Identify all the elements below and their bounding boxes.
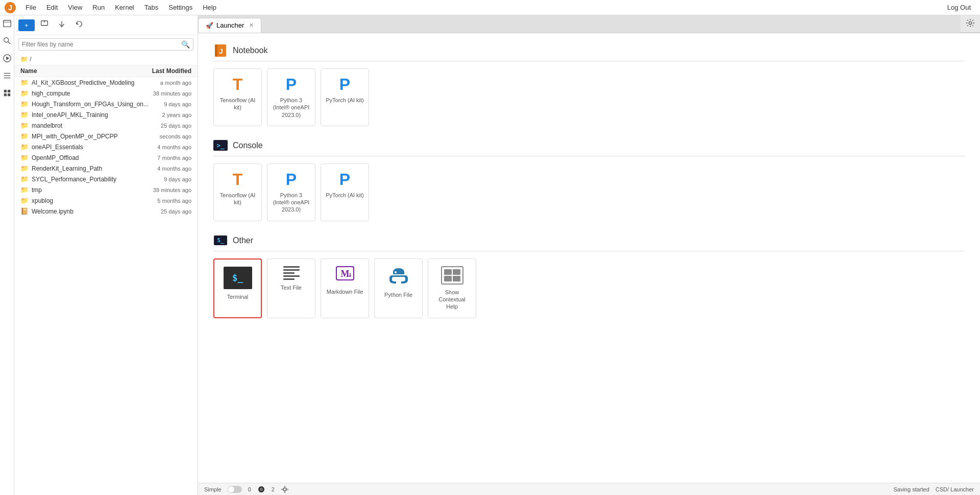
search-input[interactable] — [22, 41, 181, 48]
console-cards: T Tensorflow (AI kit) P Python 3 (Intel®… — [213, 163, 965, 221]
markdown-file-label: Markdown File — [327, 288, 363, 295]
launcher-tab-label: Launcher — [216, 21, 244, 29]
search-bar: 🔍 — [18, 38, 193, 51]
file-item[interactable]: 📁 oneAPI_Essentials 4 months ago — [14, 142, 198, 152]
terminal-label: Terminal — [227, 293, 249, 300]
folder-icon: 📁 — [20, 56, 28, 63]
sidebar-run-icon[interactable] — [2, 53, 12, 63]
name-column-header[interactable]: Name — [20, 67, 125, 75]
console-tensorflow-icon: T — [233, 171, 243, 187]
svg-point-18 — [969, 21, 971, 24]
toggle-track[interactable] — [228, 486, 242, 493]
modified-column-header[interactable]: Last Modified — [125, 67, 191, 75]
download-button[interactable] — [54, 18, 69, 32]
file-modified: seconds ago — [125, 133, 191, 139]
console-prompt-icon: >_ — [213, 140, 228, 151]
notebook-section-header: J Notebook — [213, 43, 965, 61]
text-line-4 — [283, 275, 300, 277]
notebook-tensorflow-card[interactable]: T Tensorflow (AI kit) — [213, 68, 262, 126]
file-item[interactable]: 📁 xpublog 5 months ago — [14, 195, 198, 206]
folder-file-icon: 📁 — [20, 186, 29, 194]
folder-file-icon: 📁 — [20, 164, 29, 172]
notebook-python-intel-card[interactable]: P Python 3 (Intel® oneAPI 2023.0) — [267, 68, 315, 126]
menu-edit[interactable]: Edit — [41, 2, 63, 13]
svg-line-4 — [8, 42, 10, 44]
python-file-card[interactable]: Python File — [374, 258, 423, 318]
toggle-knob — [228, 486, 234, 492]
pytorch-icon: P — [339, 76, 350, 92]
file-name: AI_Kit_XGBoost_Predictive_Modeling — [32, 79, 134, 86]
file-name: Hough_Transform_on_FPGAs_Using_on... — [32, 101, 149, 108]
markdown-file-card[interactable]: M ↓ Markdown File — [321, 258, 369, 318]
rocket-icon: 🚀 — [206, 22, 213, 29]
file-item[interactable]: 📁 Intel_oneAPI_MKL_Training 2 years ago — [14, 109, 198, 120]
text-file-card[interactable]: Text File — [267, 258, 315, 318]
file-item[interactable]: 📁 RenderKit_Learning_Path 4 months ago — [14, 163, 198, 174]
svg-text:J: J — [8, 4, 12, 12]
console-python-intel-icon: P — [286, 171, 297, 187]
toolbar: + + — [14, 15, 198, 35]
file-item[interactable]: 📔 Welcome.ipynb 25 days ago — [14, 206, 198, 217]
file-item[interactable]: 📁 AI_Kit_XGBoost_Predictive_Modeling a m… — [14, 77, 198, 88]
file-modified: 4 months ago — [125, 166, 191, 172]
file-modified: 25 days ago — [125, 123, 191, 129]
sidebar-extensions-icon[interactable] — [2, 88, 12, 98]
new-launcher-button[interactable]: + + — [18, 19, 35, 31]
text-line-2 — [283, 269, 300, 271]
file-item[interactable]: 📁 tmp 39 minutes ago — [14, 184, 198, 195]
menu-tabs[interactable]: Tabs — [139, 2, 163, 13]
sidebar-list-icon[interactable] — [2, 70, 12, 81]
file-name: MPI_with_OpenMP_or_DPCPP — [32, 133, 125, 140]
file-item[interactable]: 📁 MPI_with_OpenMP_or_DPCPP seconds ago — [14, 131, 198, 142]
menu-help[interactable]: Help — [198, 2, 222, 13]
file-list-header: Name Last Modified — [14, 65, 198, 77]
notebook-pytorch-card[interactable]: P PyTorch (AI kit) — [321, 68, 369, 126]
other-prompt-icon: S_ — [214, 235, 227, 245]
menu-file[interactable]: File — [20, 2, 41, 13]
menu-view[interactable]: View — [63, 2, 87, 13]
menu-settings[interactable]: Settings — [163, 2, 198, 13]
logo-icon: J — [4, 2, 16, 14]
file-item[interactable]: 📁 OpenMP_Offload 7 months ago — [14, 152, 198, 163]
menu-kernel[interactable]: Kernel — [110, 2, 139, 13]
plus-icon: + — [24, 21, 29, 29]
file-item[interactable]: 📁 mandelbrot 25 days ago — [14, 120, 198, 131]
logout-button[interactable]: Log Out — [942, 2, 976, 13]
notebook-file-icon: 📔 — [20, 207, 29, 215]
file-item[interactable]: 📁 SYCL_Performance_Portability 9 days ag… — [14, 174, 198, 184]
file-item[interactable]: 📁 Hough_Transform_on_FPGAs_Using_on... 9… — [14, 99, 198, 109]
refresh-button[interactable] — [71, 18, 87, 32]
contextual-help-label: Show Contextual Help — [432, 289, 472, 311]
kernel-count: 0 — [248, 486, 251, 492]
close-tab-icon[interactable]: ✕ — [249, 22, 254, 29]
folder-file-icon: 📁 — [20, 154, 29, 161]
launcher-tab[interactable]: 🚀 Launcher ✕ — [198, 18, 261, 33]
markdown-icon: M ↓ — [336, 266, 354, 284]
contextual-help-card[interactable]: Show Contextual Help — [428, 258, 476, 318]
settings-icon[interactable] — [961, 15, 980, 33]
console-python-intel-card[interactable]: P Python 3 (Intel® oneAPI 2023.0) — [267, 163, 315, 221]
main-layout: + + 🔍 📁 / Name Last Modified — [0, 15, 980, 495]
path-label: / — [30, 56, 31, 63]
search-icon: 🔍 — [181, 40, 190, 49]
svg-rect-10 — [4, 90, 6, 92]
settings-cog-icon[interactable] — [281, 485, 289, 493]
mode-toggle[interactable] — [228, 486, 242, 493]
tab-bar: 🚀 Launcher ✕ — [198, 15, 980, 33]
launcher-content: J Notebook T Tensorflow (AI kit) P Pytho… — [198, 33, 980, 483]
notebook-section-title: Notebook — [233, 46, 268, 55]
sidebar-search-icon[interactable] — [2, 36, 12, 46]
ctx-rect-1 — [444, 269, 452, 275]
console-pytorch-card[interactable]: P PyTorch (AI kit) — [321, 163, 369, 221]
file-modified: 38 minutes ago — [125, 90, 191, 97]
ctx-rect-2 — [453, 269, 460, 275]
file-item[interactable]: 📁 high_compute 38 minutes ago — [14, 88, 198, 99]
menu-run[interactable]: Run — [87, 2, 110, 13]
terminal-card[interactable]: $_ Terminal — [213, 258, 262, 318]
svg-rect-11 — [7, 90, 10, 92]
console-tensorflow-card[interactable]: T Tensorflow (AI kit) — [213, 163, 262, 221]
sidebar-files-icon[interactable] — [2, 18, 12, 29]
other-cards: $_ Terminal Text File — [213, 258, 965, 318]
upload-button[interactable] — [37, 18, 52, 32]
console-pytorch-icon: P — [339, 171, 350, 187]
